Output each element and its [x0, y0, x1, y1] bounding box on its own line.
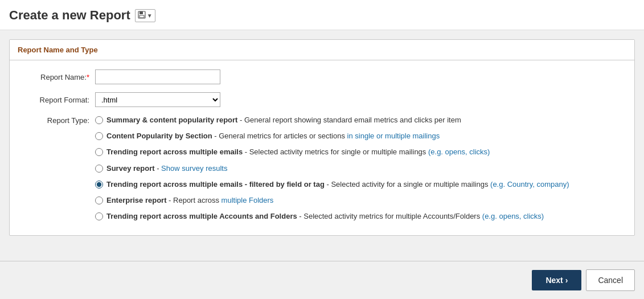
report-type-radio-7[interactable]	[95, 212, 103, 220]
list-item: Trending report across multiple emails -…	[95, 179, 569, 190]
report-name-input[interactable]	[95, 69, 220, 84]
panel-header: Report Name and Type	[10, 40, 634, 60]
list-item: Content Popularity by Section - General …	[95, 131, 569, 141]
list-item: Trending report across multiple Accounts…	[95, 211, 569, 222]
next-arrow-icon: ›	[565, 276, 568, 285]
report-type-label-5[interactable]: Trending report across multiple emails -…	[106, 179, 569, 190]
report-type-radio-2[interactable]	[95, 132, 103, 140]
page-header: Create a new Report ▼	[0, 0, 644, 30]
main-content: Report Name and Type Report Name:* Repor…	[0, 30, 644, 261]
next-label: Next	[545, 276, 563, 285]
report-type-label-1[interactable]: Summary & content popularity report - Ge…	[106, 115, 461, 125]
report-type-label-2[interactable]: Content Popularity by Section - General …	[106, 131, 440, 141]
report-name-row: Report Name:*	[21, 69, 623, 84]
report-format-row: Report Format: .html .pdf .csv .xls	[21, 92, 623, 107]
next-button[interactable]: Next ›	[532, 270, 581, 290]
page-title: Create a new Report	[9, 8, 130, 23]
list-item: Trending report across multiple emails -…	[95, 147, 569, 157]
report-format-select[interactable]: .html .pdf .csv .xls	[95, 92, 220, 107]
report-type-radio-6[interactable]	[95, 196, 103, 204]
svg-rect-1	[140, 11, 143, 14]
save-dropdown-button[interactable]: ▼	[135, 9, 155, 22]
dropdown-arrow-icon: ▼	[147, 13, 153, 19]
report-type-label-4[interactable]: Survey report - Show survey results	[106, 163, 227, 174]
report-type-radio-4[interactable]	[95, 165, 103, 173]
svg-rect-2	[140, 15, 144, 18]
list-item: Survey report - Show survey results	[95, 163, 569, 174]
panel-body: Report Name:* Report Format: .html .pdf …	[10, 60, 634, 235]
report-name-label: Report Name:*	[21, 73, 95, 81]
report-type-label-3[interactable]: Trending report across multiple emails -…	[106, 147, 490, 157]
report-type-radio-5[interactable]	[95, 181, 103, 189]
report-type-list: Summary & content popularity report - Ge…	[95, 115, 569, 222]
form-panel: Report Name and Type Report Name:* Repor…	[9, 39, 635, 236]
cancel-button[interactable]: Cancel	[586, 269, 635, 291]
save-icon	[138, 11, 146, 21]
report-type-label: Report Type:	[21, 115, 95, 125]
report-type-radio-1[interactable]	[95, 116, 103, 124]
footer: Next › Cancel	[0, 261, 644, 299]
report-type-label-7[interactable]: Trending report across multiple Accounts…	[106, 211, 544, 222]
report-type-row: Report Type: Summary & content popularit…	[21, 115, 623, 222]
list-item: Enterprise report - Report across multip…	[95, 195, 569, 206]
report-type-radio-3[interactable]	[95, 148, 103, 156]
list-item: Summary & content popularity report - Ge…	[95, 115, 569, 125]
report-type-label-6[interactable]: Enterprise report - Report across multip…	[106, 195, 273, 206]
report-format-label: Report Format:	[21, 96, 95, 104]
required-asterisk: *	[87, 73, 89, 81]
page-wrapper: Create a new Report ▼ Report Name and Ty…	[0, 0, 644, 299]
